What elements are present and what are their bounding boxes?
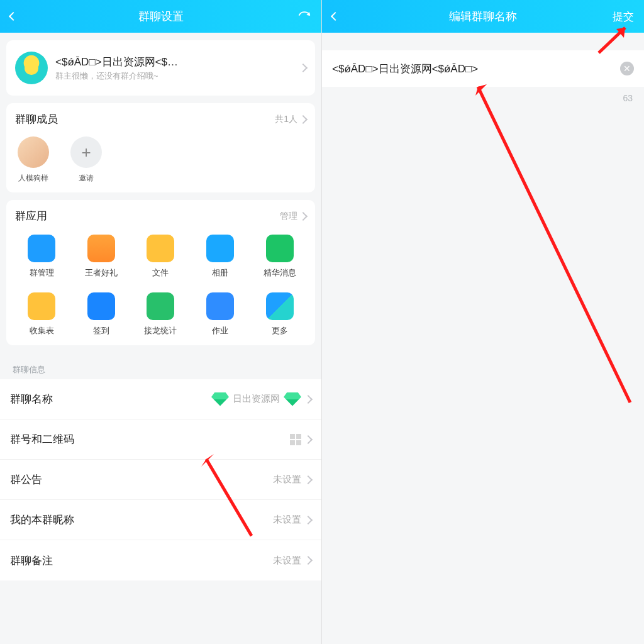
- chevron-right-icon: [299, 114, 308, 123]
- app-item[interactable]: 作业: [194, 292, 247, 336]
- app-icon: [147, 235, 174, 262]
- invite-button[interactable]: + 邀请: [68, 136, 104, 184]
- apps-header-row[interactable]: 群应用 管理: [15, 209, 306, 223]
- app-label: 作业: [212, 325, 228, 336]
- name-input-row: ✕: [322, 50, 644, 87]
- app-icon: [87, 292, 115, 320]
- app-icon: [28, 235, 55, 262]
- notice-value: 未设置: [273, 474, 301, 486]
- row-qr[interactable]: 群号和二维码: [0, 419, 321, 460]
- app-icon: [147, 292, 174, 320]
- apps-card: 群应用 管理 群管理王者好礼文件相册精华消息收集表签到接龙统计作业更多: [6, 200, 315, 345]
- share-icon: [297, 8, 311, 22]
- app-label: 更多: [272, 325, 288, 336]
- chevron-right-icon: [299, 64, 308, 72]
- app-item[interactable]: 王者好礼: [75, 235, 128, 279]
- diamond-icon: [284, 392, 301, 406]
- members-card: 群聊成员 共1人 人模狗样 + 邀请: [6, 103, 315, 192]
- annotation-arrow: [467, 75, 643, 418]
- app-label: 群管理: [30, 267, 54, 279]
- group-header-row[interactable]: <$ǿĀD□>日出资源网<$… 群主很懒，还没有群介绍哦~: [6, 40, 315, 96]
- chevron-right-icon: [304, 556, 313, 565]
- row-chat-name[interactable]: 群聊名称 日出资源网: [0, 379, 321, 419]
- qr-label: 群号和二维码: [10, 432, 74, 447]
- back-button[interactable]: [10, 11, 16, 22]
- chat-name-value: 日出资源网: [233, 393, 280, 405]
- apps-manage: 管理: [280, 211, 297, 222]
- member-name: 人模狗样: [18, 173, 48, 184]
- app-item[interactable]: 文件: [134, 235, 187, 279]
- clear-button[interactable]: ✕: [620, 62, 634, 75]
- app-label: 接龙统计: [144, 325, 177, 336]
- chevron-right-icon: [304, 394, 313, 403]
- app-item[interactable]: 精华消息: [253, 235, 306, 279]
- submit-button[interactable]: 提交: [613, 9, 634, 24]
- members-header-row[interactable]: 群聊成员 共1人: [15, 112, 306, 126]
- app-item[interactable]: 接龙统计: [134, 292, 187, 336]
- app-label: 精华消息: [264, 267, 296, 279]
- app-label: 文件: [152, 267, 169, 279]
- left-header: 群聊设置: [0, 0, 321, 33]
- members-row: 人模狗样 + 邀请: [15, 136, 306, 184]
- chevron-right-icon: [299, 211, 308, 220]
- svg-line-4: [478, 87, 630, 402]
- left-title: 群聊设置: [0, 9, 321, 24]
- app-label: 收集表: [30, 325, 54, 336]
- notice-label: 群公告: [10, 472, 42, 487]
- group-avatar: [15, 52, 48, 84]
- member-item[interactable]: 人模狗样: [15, 136, 52, 184]
- chat-name-label: 群聊名称: [10, 392, 53, 406]
- apps-title: 群应用: [15, 209, 47, 223]
- remark-label: 群聊备注: [10, 553, 53, 568]
- apps-grid: 群管理王者好礼文件相册精华消息收集表签到接龙统计作业更多: [15, 235, 306, 336]
- section-group-info: 群聊信息: [0, 353, 321, 379]
- my-nick-value: 未设置: [273, 514, 301, 526]
- char-count: 63: [322, 87, 644, 109]
- edit-name-pane: 编辑群聊名称 提交 ✕ 63: [322, 0, 644, 644]
- members-count: 共1人: [275, 114, 297, 125]
- close-icon: ✕: [623, 64, 631, 74]
- app-icon: [266, 292, 294, 320]
- app-label: 签到: [93, 325, 109, 336]
- app-icon: [266, 235, 294, 262]
- row-my-nick[interactable]: 我的本群昵称 未设置: [0, 500, 321, 540]
- plus-icon: +: [70, 136, 102, 168]
- members-title: 群聊成员: [15, 112, 58, 126]
- app-item[interactable]: 更多: [253, 292, 306, 336]
- app-item[interactable]: 签到: [75, 292, 128, 336]
- app-icon: [206, 292, 234, 320]
- settings-pane: 群聊设置 <$ǿĀD□>日出资源网<$… 群主很懒，还没有群介绍哦~ 群聊成员 …: [0, 0, 322, 644]
- chevron-right-icon: [304, 475, 313, 484]
- app-icon: [87, 235, 115, 262]
- row-notice[interactable]: 群公告 未设置: [0, 460, 321, 500]
- invite-label: 邀请: [79, 173, 94, 184]
- app-item[interactable]: 群管理: [15, 235, 69, 279]
- group-name-input[interactable]: [332, 62, 620, 75]
- chevron-right-icon: [304, 515, 313, 524]
- app-icon: [28, 292, 55, 320]
- chevron-left-icon: [9, 12, 18, 21]
- app-icon: [206, 235, 234, 262]
- chevron-left-icon: [331, 12, 340, 21]
- right-header: 编辑群聊名称 提交: [322, 0, 644, 33]
- diamond-icon: [211, 392, 229, 406]
- group-name: <$ǿĀD□>日出资源网<$…: [55, 55, 292, 69]
- chevron-right-icon: [304, 435, 313, 443]
- share-button[interactable]: [297, 8, 311, 25]
- app-item[interactable]: 相册: [194, 235, 247, 279]
- app-item[interactable]: 收集表: [15, 292, 69, 336]
- right-title: 编辑群聊名称: [322, 9, 644, 24]
- row-remark[interactable]: 群聊备注 未设置: [0, 540, 321, 580]
- app-label: 相册: [212, 267, 228, 279]
- settings-list: 群聊名称 日出资源网 群号和二维码 群公告 未设置 我的本群昵称 未设置: [0, 379, 321, 580]
- app-label: 王者好礼: [85, 267, 118, 279]
- qr-icon: [290, 434, 301, 445]
- my-nick-label: 我的本群昵称: [10, 513, 74, 527]
- lightbulb-icon: [25, 61, 38, 75]
- remark-value: 未设置: [273, 555, 301, 567]
- back-button[interactable]: [332, 11, 338, 22]
- group-sub: 群主很懒，还没有群介绍哦~: [55, 70, 292, 82]
- avatar: [18, 136, 49, 168]
